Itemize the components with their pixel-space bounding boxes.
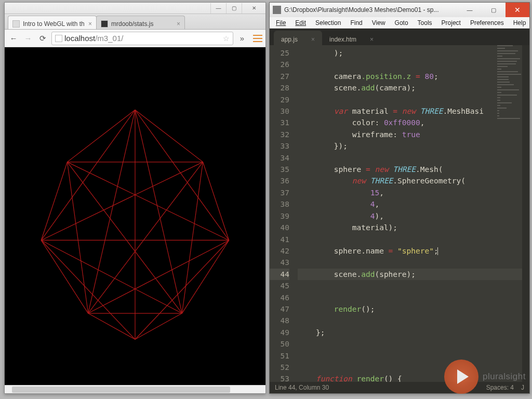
forward-button[interactable]: → xyxy=(22,33,34,44)
tab-title: Intro to WebGL with th xyxy=(23,20,85,28)
chrome-maximize-button[interactable]: ▢ xyxy=(226,3,242,14)
menu-file[interactable]: File xyxy=(272,18,290,28)
watermark-text: pluralsight xyxy=(483,371,526,382)
wireframe-sphere xyxy=(5,47,265,381)
favicon-icon xyxy=(101,20,108,28)
minimap[interactable] xyxy=(497,45,522,139)
chrome-titlebar: — ▢ ✕ xyxy=(5,3,265,14)
back-button[interactable]: ← xyxy=(8,33,19,44)
code-area[interactable]: ); camera.position.z = 80; scene.add(cam… xyxy=(294,45,522,382)
line-gutter: 2526272829303132333435363738394041424344… xyxy=(270,45,294,382)
reload-button[interactable]: ⟳ xyxy=(37,33,48,44)
menu-help[interactable]: Help xyxy=(509,18,530,28)
chrome-toolbar: ← → ⟳ localhost/m3_01/ ☆ » xyxy=(5,30,265,47)
svg-line-1 xyxy=(41,110,135,240)
browser-tab-active[interactable]: Intro to WebGL with th × xyxy=(8,16,97,29)
menu-view[interactable]: View xyxy=(368,18,390,28)
sublime-minimize-button[interactable]: — xyxy=(458,3,482,17)
sublime-close-button[interactable]: ✕ xyxy=(506,3,529,17)
url-text: localhost/m3_01/ xyxy=(64,34,123,43)
play-icon xyxy=(444,360,478,394)
menu-button[interactable] xyxy=(253,35,262,42)
sublime-window: G:\Dropbox\Pluralsight\Module3 Meshes\De… xyxy=(269,2,530,394)
svg-line-8 xyxy=(41,162,203,241)
menu-find[interactable]: Find xyxy=(346,18,366,28)
editor-tabs: app.js × index.htm × xyxy=(270,29,529,45)
svg-line-18 xyxy=(67,162,88,313)
page-icon xyxy=(55,35,62,42)
svg-line-11 xyxy=(41,240,182,313)
menu-goto[interactable]: Goto xyxy=(391,18,413,28)
svg-line-14 xyxy=(135,313,182,339)
svg-line-13 xyxy=(88,313,135,339)
tab-close-icon[interactable]: × xyxy=(88,20,92,28)
status-position[interactable]: Line 44, Column 30 xyxy=(275,384,329,391)
tab-label: index.htm xyxy=(329,36,356,43)
svg-line-15 xyxy=(41,240,135,339)
editor-tab-indexhtm[interactable]: index.htm × xyxy=(322,31,381,45)
menu-bar: File Edit Selection Find View Goto Tools… xyxy=(270,17,529,29)
menu-tools[interactable]: Tools xyxy=(414,18,436,28)
window-title: G:\Dropbox\Pluralsight\Module3 Meshes\De… xyxy=(284,6,458,14)
chrome-minimize-button[interactable]: — xyxy=(210,3,226,14)
bookmark-star-icon[interactable]: ☆ xyxy=(223,34,230,43)
tab-title: mrdoob/stats.js xyxy=(111,20,174,28)
browser-tab-inactive[interactable]: mrdoob/stats.js × xyxy=(96,16,185,29)
chrome-tabstrip: Intro to WebGL with th × mrdoob/stats.js… xyxy=(5,14,265,30)
editor-tab-appjs[interactable]: app.js × xyxy=(274,31,322,45)
svg-line-6 xyxy=(67,162,229,241)
overflow-icon[interactable]: » xyxy=(236,33,248,44)
app-icon xyxy=(273,6,281,14)
svg-line-19 xyxy=(182,162,203,313)
favicon-icon xyxy=(12,20,20,28)
tab-close-icon[interactable]: × xyxy=(311,36,315,43)
vertical-scrollbar[interactable] xyxy=(522,45,529,382)
horizontal-scrollbar[interactable] xyxy=(5,385,265,393)
sublime-maximize-button[interactable]: ▢ xyxy=(482,3,506,17)
editor-body: 2526272829303132333435363738394041424344… xyxy=(270,45,529,382)
svg-line-2 xyxy=(135,110,229,240)
chrome-close-button[interactable]: ✕ xyxy=(242,3,265,14)
svg-line-12 xyxy=(88,240,229,313)
tab-label: app.js xyxy=(281,36,298,43)
menu-edit[interactable]: Edit xyxy=(291,18,310,28)
address-bar[interactable]: localhost/m3_01/ ☆ xyxy=(51,32,233,45)
tab-close-icon[interactable]: × xyxy=(177,20,180,28)
svg-line-16 xyxy=(135,240,229,339)
pluralsight-watermark: pluralsight xyxy=(444,360,526,394)
menu-selection[interactable]: Selection xyxy=(311,18,345,28)
tab-close-icon[interactable]: × xyxy=(370,36,374,43)
menu-preferences[interactable]: Preferences xyxy=(466,18,508,28)
chrome-window: — ▢ ✕ Intro to WebGL with th × mrdoob/st… xyxy=(4,2,266,394)
sublime-titlebar: G:\Dropbox\Pluralsight\Module3 Meshes\De… xyxy=(270,3,529,17)
menu-project[interactable]: Project xyxy=(437,18,465,28)
webgl-canvas xyxy=(5,47,265,385)
